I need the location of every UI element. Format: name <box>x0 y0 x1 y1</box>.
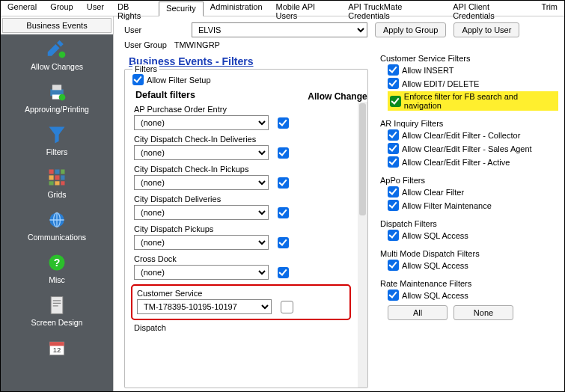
svg-point-0 <box>59 52 66 58</box>
tab-dbrights[interactable]: DB Rights <box>111 1 159 16</box>
tab-user[interactable]: User <box>80 1 111 16</box>
filters-legend: Filters <box>132 64 159 73</box>
allow-insert-checkbox[interactable] <box>388 64 399 76</box>
all-button[interactable]: All <box>388 305 448 320</box>
filter-allow-city-dispatch-pickup[interactable] <box>278 237 289 248</box>
top-tabs: General Group User DB Rights Security Ad… <box>1 1 564 16</box>
svg-rect-2 <box>52 85 61 90</box>
filter-label-dispatch: Dispatch <box>134 323 357 332</box>
apply-to-user-button[interactable]: Apply to User <box>453 22 519 37</box>
scrollbar[interactable] <box>358 102 367 388</box>
tab-administration[interactable]: Administration <box>204 1 269 16</box>
filter-label: City Dispatch Check-In Deliveries <box>134 135 357 144</box>
filter-select-city-dispatch-pickup[interactable]: (none) <box>134 235 269 250</box>
scrollbar-thumb[interactable] <box>359 103 366 215</box>
calendar-icon: 12 <box>46 337 68 358</box>
svg-text:12: 12 <box>53 346 61 354</box>
svg-rect-7 <box>61 170 64 174</box>
appo-filters-heading: ApPo Filters <box>380 176 558 185</box>
svg-rect-18 <box>51 297 63 314</box>
filter-allow-ap-po[interactable] <box>278 117 289 129</box>
filter-label: AP Purchase Order Entry <box>134 105 357 114</box>
svg-rect-13 <box>61 181 64 185</box>
appo-clear-checkbox[interactable] <box>388 186 399 197</box>
mm-filters-heading: Multi Mode Dispatch Filters <box>380 249 558 258</box>
user-label: User <box>124 25 184 34</box>
sidebar-label: Grids <box>47 190 66 199</box>
sidebar-label: Screen Design <box>31 318 83 327</box>
tab-trim[interactable]: Trim <box>534 1 564 16</box>
svg-rect-12 <box>55 181 59 185</box>
ar-collector-checkbox[interactable] <box>388 129 399 141</box>
sidebar-item-communications[interactable]: Communications <box>1 205 113 248</box>
allow-insert-label: Allow INSERT <box>402 66 453 75</box>
svg-text:?: ? <box>54 257 61 269</box>
printer-icon <box>46 82 68 102</box>
usergroup-value: TMWINGRP <box>174 40 220 49</box>
filter-label: City Dispatch Check-In Pickups <box>134 165 357 174</box>
filter-allow-cross-dock[interactable] <box>278 267 289 278</box>
sidebar-item-grids[interactable]: Grids <box>1 162 113 205</box>
filter-select-city-pickup[interactable]: (none) <box>134 175 269 190</box>
filter-allow-city-pickup[interactable] <box>278 177 289 189</box>
ar-salesagent-checkbox[interactable] <box>388 143 399 154</box>
filter-allow-city-dispatch-deliv[interactable] <box>278 207 289 218</box>
page-title: Business Events - Filters <box>129 55 368 67</box>
enforce-filter-checkbox[interactable] <box>390 96 401 107</box>
tab-group[interactable]: Group <box>43 1 80 16</box>
sidebar-item-misc[interactable]: ? Misc <box>1 248 113 290</box>
sidebar-label: Allow Changes <box>31 62 83 71</box>
globe-icon <box>46 209 68 230</box>
filter-select-cross-dock[interactable]: (none) <box>134 265 269 280</box>
filter-select-customer-service[interactable]: TM-178395-10195-10197 <box>137 299 272 314</box>
question-icon: ? <box>46 252 68 273</box>
allow-change-heading: Allow Change <box>308 91 367 102</box>
filter-allow-city-deliv[interactable] <box>278 147 289 159</box>
sidebar-label: Communications <box>28 233 86 242</box>
apply-to-group-button[interactable]: Apply to Group <box>375 22 446 37</box>
appo-maint-checkbox[interactable] <box>388 200 399 211</box>
dispatch-sql-checkbox[interactable] <box>388 230 399 241</box>
svg-point-4 <box>59 94 66 101</box>
svg-rect-6 <box>55 170 59 174</box>
allow-filter-setup-label: Allow Filter Setup <box>147 76 211 85</box>
tab-api-truckmate[interactable]: API TruckMate Credentials <box>341 1 446 16</box>
funnel-icon <box>46 124 68 145</box>
allow-edit-delete-checkbox[interactable] <box>388 78 399 89</box>
enforce-filter-label: Enforce filter for FB search and navigat… <box>404 92 556 110</box>
grid-icon <box>46 167 68 188</box>
sidebar-label: Filters <box>46 147 68 156</box>
tab-mobile-api-users[interactable]: Mobile API Users <box>269 1 342 16</box>
highlighted-filter-row: Customer Service TM-178395-10195-10197 <box>131 284 351 320</box>
tab-general[interactable]: General <box>1 1 43 16</box>
tab-api-client[interactable]: API Client Credentials <box>446 1 534 16</box>
tab-security[interactable]: Security <box>159 1 204 16</box>
svg-rect-10 <box>61 175 64 180</box>
svg-rect-8 <box>49 175 54 180</box>
filter-select-city-dispatch-deliv[interactable]: (none) <box>134 205 269 220</box>
sidebar-item-filters[interactable]: Filters <box>1 120 113 162</box>
filter-label: Cross Dock <box>134 254 357 263</box>
sidebar-heading[interactable]: Business Events <box>2 18 112 33</box>
ar-filters-heading: AR Inquiry Filters <box>380 119 558 128</box>
mm-sql-checkbox[interactable] <box>388 260 399 271</box>
filter-select-ap-po[interactable]: (none) <box>134 115 269 130</box>
allow-filter-setup-checkbox[interactable] <box>132 74 144 85</box>
filter-label-customer-service: Customer Service <box>137 289 345 298</box>
rm-filters-heading: Rate Maintenance Filters <box>380 279 558 288</box>
allow-edit-delete-label: Allow EDIT/ DELETE <box>402 79 479 88</box>
sidebar-item-approving-printing[interactable]: Approving/Printing <box>1 77 113 120</box>
sidebar-item-allow-changes[interactable]: Allow Changes <box>1 34 113 77</box>
filter-select-city-deliv[interactable]: (none) <box>134 145 269 160</box>
usergroup-label: User Group <box>124 40 167 49</box>
rm-sql-checkbox[interactable] <box>388 290 399 301</box>
sidebar-label: Approving/Printing <box>25 105 89 114</box>
svg-rect-11 <box>49 181 54 185</box>
filter-allow-customer-service[interactable] <box>281 301 293 313</box>
user-select[interactable]: ELVIS <box>192 22 367 37</box>
ar-active-checkbox[interactable] <box>388 156 399 168</box>
filter-label: City Dispatch Deliveries <box>134 195 357 203</box>
sidebar-item-calendar[interactable]: 12 <box>1 333 113 358</box>
none-button[interactable]: None <box>453 305 513 320</box>
sidebar-item-screen-design[interactable]: Screen Design <box>1 290 113 333</box>
